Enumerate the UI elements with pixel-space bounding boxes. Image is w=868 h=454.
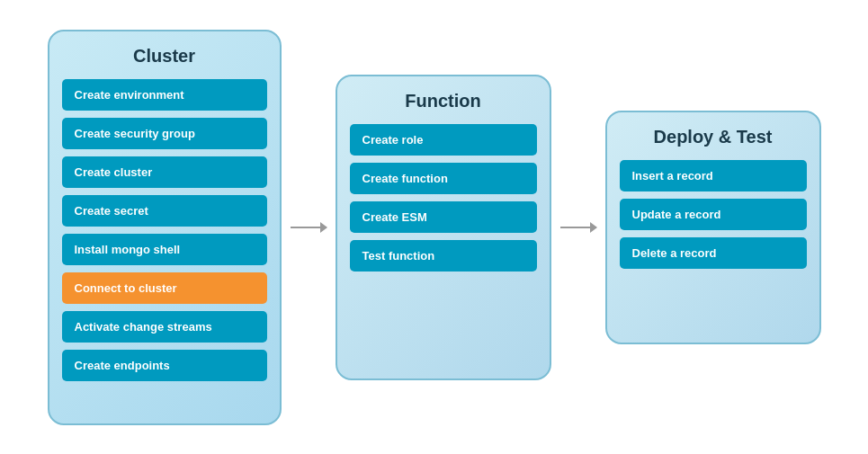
cluster-item-install-mongo-shell[interactable]: Install mongo shell [62, 234, 267, 265]
cluster-panel: Cluster Create environment Create securi… [48, 30, 282, 425]
cluster-item-create-environment[interactable]: Create environment [62, 79, 267, 111]
deploy-item-insert-record[interactable]: Insert a record [620, 160, 807, 191]
cluster-panel-title: Cluster [133, 46, 195, 67]
deploy-item-delete-record[interactable]: Delete a record [620, 237, 807, 269]
function-panel-title: Function [405, 91, 480, 111]
function-item-test-function[interactable]: Test function [350, 240, 537, 272]
cluster-item-create-security-group[interactable]: Create security group [62, 118, 267, 149]
function-items-list: Create role Create function Create ESM T… [350, 124, 537, 272]
deploy-panel-title: Deploy & Test [654, 127, 773, 147]
arrow-2 [551, 227, 605, 228]
arrow-line-2 [560, 227, 596, 228]
function-item-create-role[interactable]: Create role [350, 124, 537, 156]
function-item-create-esm[interactable]: Create ESM [350, 201, 537, 233]
function-panel: Function Create role Create function Cre… [336, 75, 551, 380]
cluster-item-create-endpoints[interactable]: Create endpoints [62, 350, 267, 381]
deploy-panel: Deploy & Test Insert a record Update a r… [605, 111, 821, 344]
cluster-item-activate-change-streams[interactable]: Activate change streams [62, 311, 267, 343]
arrow-line-1 [291, 227, 327, 228]
cluster-item-connect-to-cluster[interactable]: Connect to cluster [62, 272, 267, 304]
deploy-item-update-record[interactable]: Update a record [620, 199, 807, 230]
cluster-item-create-cluster[interactable]: Create cluster [62, 156, 267, 188]
deploy-items-list: Insert a record Update a record Delete a… [620, 160, 807, 269]
arrow-1 [282, 227, 336, 228]
diagram-container: Cluster Create environment Create securi… [0, 0, 868, 454]
cluster-item-create-secret[interactable]: Create secret [62, 195, 267, 227]
function-item-create-function[interactable]: Create function [350, 163, 537, 194]
cluster-items-list: Create environment Create security group… [62, 79, 267, 381]
